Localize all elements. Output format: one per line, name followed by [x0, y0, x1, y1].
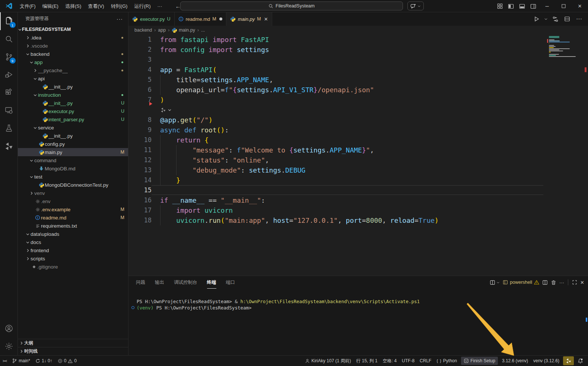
code-line-14[interactable]: 14 } — [128, 175, 588, 185]
window-close-button[interactable]: ✕ — [572, 0, 588, 12]
tree-item-.gitignore[interactable]: .gitignore — [18, 263, 128, 271]
menu-f[interactable]: 文件(F) — [16, 0, 39, 12]
toggle-secondary-sidebar-button[interactable] — [528, 0, 539, 12]
terminal-instance-item[interactable]: powershell — [503, 280, 539, 285]
panel-tab-[interactable]: 调试控制台 — [174, 276, 197, 289]
code-line-8[interactable]: 8@app.get("/") — [128, 115, 588, 125]
breadcrumb-app[interactable]: app — [158, 28, 166, 33]
command-center[interactable]: FilesReadSysteam — [180, 1, 403, 10]
remote-indicator[interactable]: >< — [0, 357, 9, 365]
code-line-11[interactable]: 11 "message": f"Welcome to {settings.APP… — [128, 145, 588, 155]
code-line-3[interactable]: 3 — [128, 55, 588, 65]
panel-tab-[interactable]: 问题 — [136, 276, 145, 289]
tree-item-docs[interactable]: docs — [18, 238, 128, 246]
code-line-16[interactable]: 16if __name__ == "__main__": — [128, 195, 588, 205]
panel-tab-[interactable]: 终端 — [207, 276, 216, 289]
code-line-4[interactable]: 4app = FastAPI( — [128, 65, 588, 75]
tree-item-data-uploads[interactable]: data\uploads — [18, 230, 128, 238]
run-dropdown-chevron-icon[interactable] — [543, 14, 549, 24]
tree-item-init-.py[interactable]: __init__.pyU — [18, 99, 128, 107]
eol[interactable]: CRLF — [417, 357, 434, 365]
tree-item-root[interactable]: FILESREADSYSTEAM — [18, 25, 128, 33]
tree-item-mongodbconnectiontest.py[interactable]: MongoDBConnectionTest.py — [18, 181, 128, 189]
inline-ai-widget[interactable] — [128, 105, 588, 115]
toggle-panel-button[interactable] — [517, 0, 528, 12]
problems-status[interactable]: 00 — [55, 357, 79, 365]
blame-status[interactable]: KiriAky 107 (1 周前) — [302, 357, 353, 365]
split-editor-button[interactable] — [562, 14, 572, 24]
tree-item-scripts[interactable]: scripts — [18, 254, 128, 263]
open-changes-button[interactable] — [550, 14, 560, 24]
breadcrumb-main.py[interactable]: main.py — [172, 28, 195, 33]
extension-status[interactable] — [563, 356, 574, 365]
dirty-indicator[interactable] — [219, 17, 222, 20]
tab-close-icon[interactable]: ✕ — [264, 16, 268, 22]
kill-terminal-button[interactable] — [551, 280, 556, 285]
tab-main.py[interactable]: main.pyM✕ — [226, 12, 272, 26]
tree-item-app[interactable]: app — [18, 58, 128, 66]
window-minimize-button[interactable]: ─ — [539, 0, 555, 12]
tree-item-test[interactable]: test — [18, 173, 128, 181]
tree-item-readme.md[interactable]: readme.mdM — [18, 214, 128, 222]
activitybar-run-debug[interactable] — [0, 66, 18, 84]
sync-status[interactable]: 1↓ 0↑ — [33, 357, 55, 365]
cursor-position[interactable]: 行 15, 列 1 — [353, 357, 380, 365]
tab-readme.md[interactable]: readme.mdM — [175, 12, 226, 26]
code-line-18[interactable]: 18 uvicorn.run("main:app", host="127.0.0… — [128, 215, 588, 225]
tree-item-.vscode[interactable]: .vscode — [18, 42, 128, 50]
run-python-button[interactable] — [531, 14, 542, 24]
encoding[interactable]: UTF-8 — [399, 357, 417, 365]
menu-e[interactable]: 编辑(E) — [39, 0, 62, 12]
activitybar-explorer[interactable]: 1 — [0, 12, 18, 30]
branch-status[interactable]: main* — [9, 357, 33, 365]
code-line-17[interactable]: 17 import uvicorn — [128, 205, 588, 215]
activitybar-remote-explorer[interactable] — [0, 102, 18, 119]
tree-item-api[interactable]: api — [18, 74, 128, 83]
chat-button[interactable] — [407, 1, 424, 10]
tree-item-backend[interactable]: backend — [18, 50, 128, 58]
notifications-bell[interactable] — [575, 357, 586, 365]
tree-item-init-.py[interactable]: __init__.py — [18, 132, 128, 140]
activitybar-search[interactable] — [0, 30, 18, 48]
window-maximize-button[interactable] — [555, 0, 572, 12]
tree-item-pycache[interactable]: __pycache__ — [18, 66, 128, 74]
code-line-1[interactable]: 1from fastapi import FastAPI — [128, 35, 588, 45]
code-line-10[interactable]: 10 return { — [128, 135, 588, 145]
venv-indicator[interactable]: venv (3.12.6) — [531, 357, 562, 365]
maximize-panel-button[interactable] — [572, 280, 577, 285]
command-decoration[interactable] — [131, 306, 134, 309]
tree-item-.env.example[interactable]: .env.exampleM — [18, 205, 128, 214]
tree-item-.env[interactable]: .env — [18, 197, 128, 205]
activitybar-testing[interactable] — [0, 119, 18, 137]
menu-r[interactable]: 运行(R) — [131, 0, 154, 12]
activitybar-accounts[interactable] — [0, 320, 18, 337]
tree-item-intent-parser.py[interactable]: intent_parser.pyU — [18, 115, 128, 123]
tree-item-command[interactable]: command — [18, 156, 128, 164]
tree-item-.idea[interactable]: .idea — [18, 33, 128, 42]
panel-more-actions-button[interactable]: ··· — [559, 280, 564, 285]
tree-item-requirements.txt[interactable]: requirements.txt — [18, 222, 128, 230]
activitybar-settings[interactable] — [0, 337, 18, 355]
panel-tab-[interactable]: 输出 — [155, 276, 164, 289]
code-line-6[interactable]: 6 openapi_url=f"{settings.API_V1_STR}/op… — [128, 85, 588, 95]
customize-layout-button[interactable] — [494, 0, 505, 12]
menu-[interactable]: ··· — [154, 0, 165, 12]
tree-item-service[interactable]: service — [18, 123, 128, 132]
more-actions-button[interactable]: ··· — [574, 14, 584, 24]
python-interpreter[interactable]: 3.12.6 (venv) — [499, 357, 531, 365]
breadcrumb-...[interactable]: ... — [201, 28, 205, 33]
tree-item-frontend[interactable]: frontend — [18, 246, 128, 254]
code-line-13[interactable]: 13 "debug_mode": settings.DEBUG — [128, 165, 588, 175]
panel-tab-[interactable]: 端口 — [226, 276, 235, 289]
tree-item-mongodb.md[interactable]: MongoDB.md — [18, 164, 128, 173]
tree-item-init-.py[interactable]: __init__.py — [18, 83, 128, 91]
indentation[interactable]: 空格: 4 — [380, 357, 399, 365]
code-line-12[interactable]: 12 "status": "online", — [128, 155, 588, 165]
close-panel-button[interactable]: ✕ — [580, 280, 584, 285]
terminal-launch-button[interactable] — [490, 280, 500, 285]
menu-g[interactable]: 转到(G) — [108, 0, 131, 12]
code-line-15[interactable]: 15 — [128, 185, 588, 195]
tree-item-venv[interactable]: venv — [18, 189, 128, 197]
menu-s[interactable]: 选择(S) — [62, 0, 85, 12]
tree-item-executor.py[interactable]: executor.pyU — [18, 107, 128, 115]
